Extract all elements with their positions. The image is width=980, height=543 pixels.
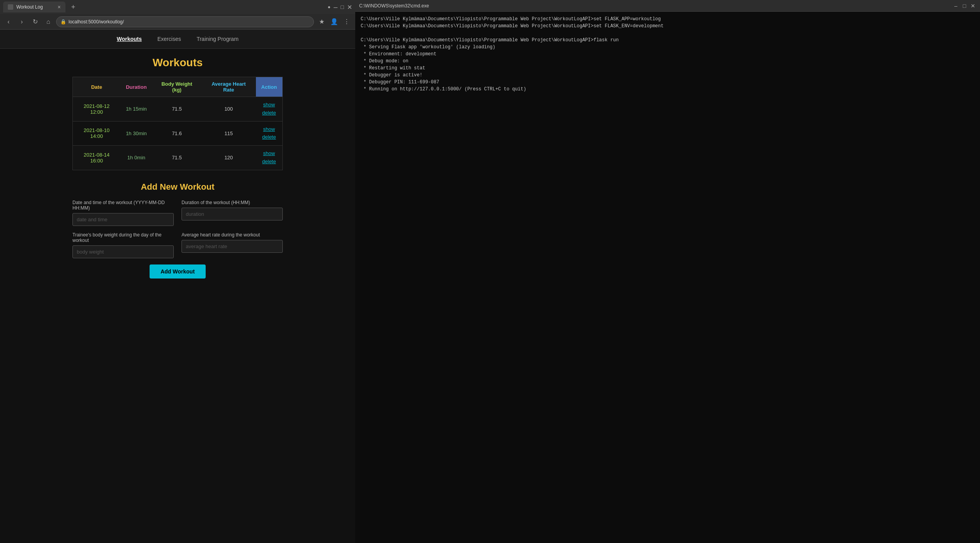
show-link-1[interactable]: show xyxy=(261,101,277,109)
cell-body-1: 71.5 xyxy=(152,97,202,122)
record-icon: ● xyxy=(328,4,330,10)
maximize-button[interactable]: □ xyxy=(341,4,344,10)
show-link-3[interactable]: show xyxy=(261,150,277,158)
page-container: Workouts Date Duration Body Weight (kg) … xyxy=(65,49,291,286)
form-group-bodyweight: Trainee's body weight during the day of … xyxy=(72,232,174,258)
label-datetime: Date and time of the workout (YYYY-MM-DD… xyxy=(72,200,174,211)
show-link-2[interactable]: show xyxy=(261,125,277,134)
address-bar[interactable]: 🔒 localhost:5000/workoutlog/ xyxy=(56,16,314,27)
lock-icon: 🔒 xyxy=(60,19,66,25)
terminal-maximize[interactable]: □ xyxy=(961,3,968,9)
cell-date-1: 2021-08-12 12:00 xyxy=(73,97,121,122)
cell-action-2: show delete xyxy=(256,121,283,146)
page-title: Workouts xyxy=(72,56,283,69)
terminal-minimize[interactable]: – xyxy=(953,3,959,9)
toolbar-icons: ★ 👤 ⋮ xyxy=(316,16,352,27)
nav-workouts[interactable]: Workouts xyxy=(117,36,142,42)
cell-date-3: 2021-08-14 16:00 xyxy=(73,146,121,170)
form-group-datetime: Date and time of the workout (YYYY-MM-DD… xyxy=(72,200,174,226)
terminal-title: C:\WINDOWS\system32\cmd.exe xyxy=(359,3,429,9)
col-header-duration: Duration xyxy=(120,77,152,97)
terminal-line: * Restarting with stat xyxy=(361,65,975,72)
home-button[interactable]: ⌂ xyxy=(43,16,54,27)
delete-link-2[interactable]: delete xyxy=(261,133,277,141)
workouts-table: Date Duration Body Weight (kg) Average H… xyxy=(72,77,283,170)
terminal-titlebar: C:\WINDOWS\system32\cmd.exe – □ ✕ xyxy=(355,0,980,12)
cell-body-3: 71.5 xyxy=(152,146,202,170)
browser-tab[interactable]: Workout Log × xyxy=(3,2,65,12)
tab-favicon xyxy=(8,4,13,10)
form-group-heartrate: Average heart rate during the workout xyxy=(182,232,283,258)
tab-title: Workout Log xyxy=(16,4,43,10)
cell-action-1: show delete xyxy=(256,97,283,122)
delete-link-3[interactable]: delete xyxy=(261,158,277,166)
nav-training-program[interactable]: Training Program xyxy=(197,36,239,42)
cell-duration-3: 1h 0min xyxy=(120,146,152,170)
form-row-1: Date and time of the workout (YYYY-MM-DD… xyxy=(72,200,283,226)
address-text: localhost:5000/workoutlog/ xyxy=(69,19,124,25)
terminal-line: * Debugger is active! xyxy=(361,72,975,79)
table-body: 2021-08-12 12:00 1h 15min 71.5 100 show … xyxy=(73,97,283,170)
terminal-line: * Serving Flask app 'workoutlog' (lazy l… xyxy=(361,44,975,51)
col-header-date: Date xyxy=(73,77,121,97)
browser-titlebar: Workout Log × + ● – □ ✕ xyxy=(0,0,355,14)
cell-heart-2: 115 xyxy=(201,121,256,146)
cell-duration-2: 1h 30min xyxy=(120,121,152,146)
cell-body-2: 71.6 xyxy=(152,121,202,146)
col-header-action: Action xyxy=(256,77,283,97)
terminal-line xyxy=(361,30,975,37)
form-group-duration: Duration of the workout (HH:MM) xyxy=(182,200,283,226)
site-nav: Workouts Exercises Training Program xyxy=(0,30,355,49)
datetime-input[interactable] xyxy=(72,213,174,226)
terminal-line: * Debugger PIN: 111-699-087 xyxy=(361,79,975,86)
label-duration: Duration of the workout (HH:MM) xyxy=(182,200,283,205)
table-row: 2021-08-10 14:00 1h 30min 71.6 115 show … xyxy=(73,121,283,146)
terminal-line: * Running on http://127.0.0.1:5000/ (Pre… xyxy=(361,86,975,93)
forward-button[interactable]: › xyxy=(16,16,27,27)
table-row: 2021-08-14 16:00 1h 0min 71.5 120 show d… xyxy=(73,146,283,170)
bodyweight-input[interactable] xyxy=(72,245,174,258)
col-header-body-weight: Body Weight (kg) xyxy=(152,77,202,97)
terminal-line: * Debug mode: on xyxy=(361,58,975,65)
cell-heart-1: 100 xyxy=(201,97,256,122)
col-header-heart-rate: Average Heart Rate xyxy=(201,77,256,97)
nav-exercises[interactable]: Exercises xyxy=(157,36,181,42)
minimize-button[interactable]: – xyxy=(334,3,338,11)
refresh-button[interactable]: ↻ xyxy=(30,16,41,27)
browser-toolbar: ‹ › ↻ ⌂ 🔒 localhost:5000/workoutlog/ ★ 👤… xyxy=(0,14,355,30)
add-workout-button[interactable]: Add Workout xyxy=(150,264,206,279)
add-workout-title: Add New Workout xyxy=(72,182,283,192)
delete-link-1[interactable]: delete xyxy=(261,109,277,117)
terminal-line: C:\Users\Ville Kylmämaa\Documents\Yliopi… xyxy=(361,23,975,30)
bookmark-icon[interactable]: ★ xyxy=(316,16,327,27)
label-heartrate: Average heart rate during the workout xyxy=(182,232,283,238)
terminal-line: * Environment: development xyxy=(361,51,975,58)
table-header: Date Duration Body Weight (kg) Average H… xyxy=(73,77,283,97)
table-row: 2021-08-12 12:00 1h 15min 71.5 100 show … xyxy=(73,97,283,122)
duration-input[interactable] xyxy=(182,208,283,220)
terminal-close[interactable]: ✕ xyxy=(970,3,976,9)
terminal-line: C:\Users\Ville Kylmämaa\Documents\Yliopi… xyxy=(361,16,975,23)
cell-action-3: show delete xyxy=(256,146,283,170)
account-icon[interactable]: 👤 xyxy=(329,16,340,27)
new-tab-button[interactable]: + xyxy=(68,2,79,12)
label-bodyweight: Trainee's body weight during the day of … xyxy=(72,232,174,243)
close-button[interactable]: ✕ xyxy=(347,4,352,11)
menu-icon[interactable]: ⋮ xyxy=(341,16,352,27)
back-button[interactable]: ‹ xyxy=(3,16,14,27)
submit-row: Add Workout xyxy=(72,264,283,279)
tab-close-button[interactable]: × xyxy=(58,4,61,10)
terminal-line: C:\Users\Ville Kylmämaa\Documents\Yliopi… xyxy=(361,37,975,44)
form-row-2: Trainee's body weight during the day of … xyxy=(72,232,283,258)
browser-window: Workout Log × + ● – □ ✕ ‹ › ↻ ⌂ 🔒 localh… xyxy=(0,0,355,543)
terminal-window: C:\WINDOWS\system32\cmd.exe – □ ✕ C:\Use… xyxy=(355,0,980,543)
terminal-controls: – □ ✕ xyxy=(953,3,976,9)
heartrate-input[interactable] xyxy=(182,240,283,253)
cell-date-2: 2021-08-10 14:00 xyxy=(73,121,121,146)
cell-duration-1: 1h 15min xyxy=(120,97,152,122)
browser-content: Workouts Exercises Training Program Work… xyxy=(0,30,355,543)
table-header-row: Date Duration Body Weight (kg) Average H… xyxy=(73,77,283,97)
terminal-body: C:\Users\Ville Kylmämaa\Documents\Yliopi… xyxy=(355,12,980,543)
cell-heart-3: 120 xyxy=(201,146,256,170)
